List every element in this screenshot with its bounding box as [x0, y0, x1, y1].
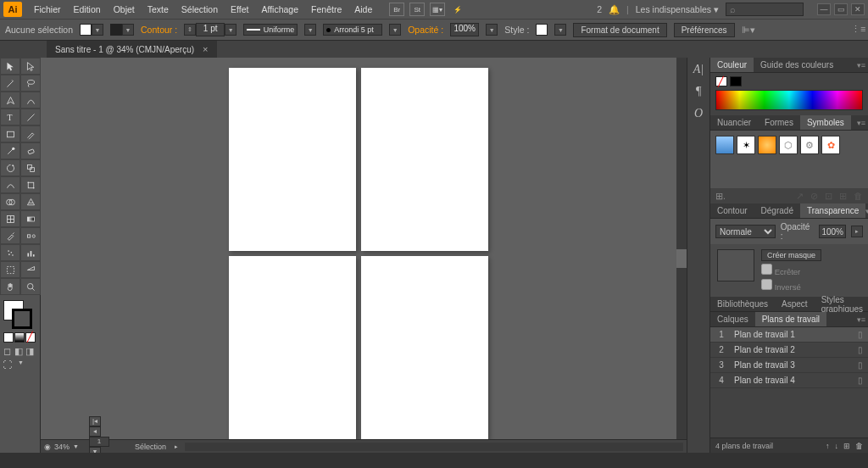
- gradient-tool[interactable]: [20, 210, 41, 227]
- none-mode[interactable]: ╱: [25, 332, 36, 343]
- stroke-weight-dropdown[interactable]: ▼: [225, 24, 236, 36]
- slice-tool[interactable]: [20, 261, 41, 278]
- gradient-mode[interactable]: [14, 332, 25, 343]
- symbols-lib-icon[interactable]: ⊞.: [715, 191, 726, 201]
- bell-icon[interactable]: 🔔: [609, 4, 620, 15]
- minimize-button[interactable]: —: [817, 3, 831, 15]
- opacity-dropdown[interactable]: ▼: [486, 24, 498, 36]
- tab-graphic-styles[interactable]: Styles graphiques: [815, 297, 868, 311]
- eraser-tool[interactable]: [20, 142, 41, 159]
- lasso-tool[interactable]: [20, 75, 41, 92]
- symbol-3[interactable]: [758, 136, 776, 154]
- zoom-level[interactable]: 34%: [54, 443, 70, 451]
- invert-checkbox[interactable]: Inversé: [761, 279, 821, 292]
- brush-dropdown[interactable]: ▼: [389, 24, 401, 36]
- gpu-btn[interactable]: ⚡: [450, 3, 465, 16]
- delete-artboard-icon[interactable]: 🗑: [855, 442, 863, 450]
- prefs-button[interactable]: Préférences: [674, 23, 735, 37]
- opacity-label[interactable]: Opacité :: [408, 25, 443, 35]
- arrange-docs-btn[interactable]: ▦▾: [430, 3, 445, 16]
- artboard-orient-icon[interactable]: ▯: [858, 330, 863, 339]
- first-artboard-btn[interactable]: |◂: [89, 416, 101, 426]
- blend-mode-select[interactable]: Normale: [715, 225, 776, 238]
- brush-tool[interactable]: [20, 125, 41, 142]
- line-tool[interactable]: [20, 109, 41, 125]
- artboard-dropdown[interactable]: ▼: [89, 447, 101, 454]
- close-button[interactable]: ✕: [851, 3, 865, 15]
- stroke-profile-dropdown[interactable]: ▼: [304, 24, 316, 36]
- opacity-slider-toggle[interactable]: ▸: [851, 226, 863, 237]
- tab-gradient[interactable]: Dégradé: [754, 203, 800, 218]
- menu-text[interactable]: Texte: [142, 3, 175, 16]
- symbol-options-icon[interactable]: ⊡: [825, 191, 832, 201]
- menu-effect[interactable]: Effet: [225, 3, 254, 16]
- tab-artboards[interactable]: Plans de travail: [755, 312, 826, 326]
- doc-format-button[interactable]: Format de document: [573, 23, 666, 37]
- panel-menu-icon[interactable]: ▾≡: [854, 312, 868, 326]
- view-icon[interactable]: ◉: [44, 443, 51, 451]
- workspace-switcher[interactable]: Les indispensables ▾: [636, 4, 719, 14]
- control-overflow[interactable]: ⋮≡: [851, 24, 863, 36]
- stroke-color[interactable]: [12, 309, 32, 329]
- symbol-5[interactable]: ⚙: [800, 136, 819, 154]
- stroke-profile[interactable]: Uniforme: [243, 24, 298, 36]
- dock-para-icon[interactable]: ¶: [695, 85, 701, 98]
- tab-transparency[interactable]: Transparence: [800, 203, 865, 218]
- rect-tool[interactable]: [0, 125, 20, 142]
- rotate-tool[interactable]: [0, 159, 20, 176]
- artboard-4[interactable]: [361, 256, 488, 439]
- direct-select-tool[interactable]: [20, 58, 41, 75]
- style-dropdown[interactable]: ▼: [554, 24, 566, 36]
- fill-swatch[interactable]: [80, 24, 92, 36]
- tab-appearance[interactable]: Aspect: [775, 297, 815, 311]
- artboard-row-1[interactable]: 1 Plan de travail 1 ▯: [710, 327, 868, 343]
- move-up-icon[interactable]: ↑: [826, 442, 830, 450]
- tab-symbols[interactable]: Symboles: [800, 115, 851, 130]
- tab-libraries[interactable]: Bibliothèques: [710, 297, 775, 311]
- maximize-button[interactable]: ▭: [834, 3, 848, 15]
- symbol-6[interactable]: ✿: [821, 136, 840, 154]
- shapebuilder-tool[interactable]: [0, 193, 20, 210]
- menu-help[interactable]: Aide: [348, 3, 378, 16]
- tab-color[interactable]: Couleur: [710, 58, 754, 72]
- artboard-1[interactable]: [229, 68, 356, 251]
- tab-brushes[interactable]: Formes: [758, 115, 800, 130]
- break-link-icon[interactable]: ⊘: [810, 191, 818, 201]
- mesh-tool[interactable]: [0, 210, 20, 227]
- scale-tool[interactable]: [20, 159, 41, 176]
- clip-checkbox[interactable]: Ecrêter: [761, 264, 821, 276]
- draw-normal[interactable]: ◻: [3, 346, 14, 356]
- vertical-scroll-thumb[interactable]: [676, 249, 687, 268]
- shaper-tool[interactable]: [0, 142, 20, 159]
- perspective-tool[interactable]: [20, 193, 41, 210]
- color-black-swatch[interactable]: [730, 76, 742, 86]
- graph-tool[interactable]: [20, 244, 41, 261]
- artboard-orient-icon[interactable]: ▯: [858, 345, 863, 354]
- search-input[interactable]: ⌕: [726, 3, 804, 16]
- new-symbol-icon[interactable]: ⊞: [839, 191, 847, 201]
- width-tool[interactable]: [0, 176, 20, 193]
- draw-inside[interactable]: ◨: [25, 346, 36, 356]
- tab-layers[interactable]: Calques: [710, 312, 755, 326]
- canvas[interactable]: ◉ 34% ▼ |◂ ◂ 1 ▼ ▸ ▸| Sélection ▸: [41, 58, 687, 453]
- mask-thumb[interactable]: [717, 249, 754, 281]
- panel-menu-icon[interactable]: ▾≡: [854, 115, 868, 130]
- dock-char-icon[interactable]: A|: [693, 63, 704, 76]
- vertical-scrollbar[interactable]: [676, 58, 687, 439]
- menu-view[interactable]: Affichage: [255, 3, 304, 16]
- screen-mode[interactable]: ⛶: [3, 359, 17, 370]
- fill-dropdown[interactable]: ▼: [92, 24, 103, 36]
- artboard-orient-icon[interactable]: ▯: [858, 360, 863, 370]
- pen-tool[interactable]: [0, 92, 20, 109]
- artboard-tool[interactable]: [0, 261, 20, 278]
- tab-swatches[interactable]: Nuancier: [710, 115, 758, 130]
- symbol-1[interactable]: [715, 136, 734, 154]
- zoom-tool[interactable]: [20, 278, 41, 295]
- move-down-icon[interactable]: ↓: [835, 442, 839, 450]
- stroke-dropdown[interactable]: ▼: [122, 24, 134, 36]
- blend-tool[interactable]: [20, 227, 41, 244]
- layout-btn-2[interactable]: St: [409, 3, 425, 16]
- symbol-spray-tool[interactable]: [0, 244, 20, 261]
- current-artboard-field[interactable]: 1: [89, 437, 109, 447]
- stroke-swatch[interactable]: [110, 24, 122, 36]
